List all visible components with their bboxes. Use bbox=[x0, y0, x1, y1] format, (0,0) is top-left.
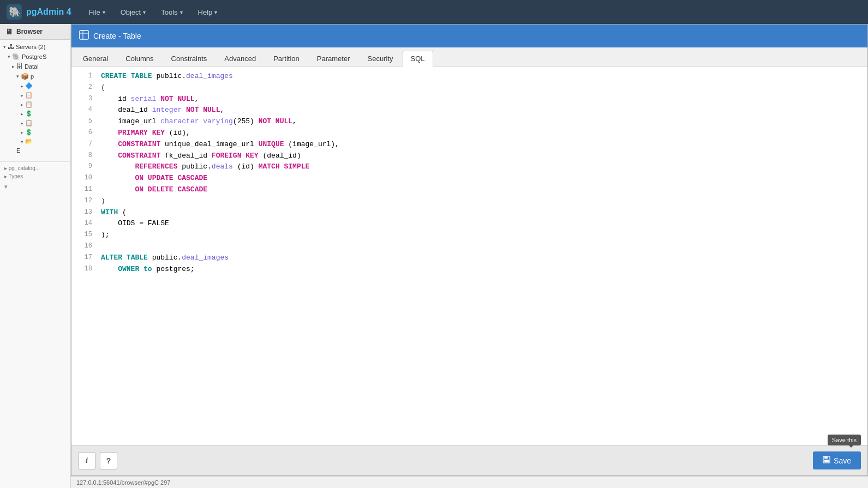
sql-editor[interactable]: 1 CREATE TABLE public.deal_images 2 ( 3 … bbox=[71, 67, 867, 445]
save-button-container: Save this Save bbox=[813, 451, 861, 469]
menu-help[interactable]: Help ▾ bbox=[191, 5, 224, 20]
sql-line-14: 14 OIDS = FALSE bbox=[71, 218, 867, 230]
dialog-titlebar: Create - Table bbox=[71, 25, 867, 47]
sql-line-8: 8 CONSTRAINT fk_deal_id FOREIGN KEY (dea… bbox=[71, 150, 867, 162]
expand-icon: ▸ bbox=[21, 102, 23, 107]
tab-columns[interactable]: Columns bbox=[117, 51, 161, 66]
sql-line-12: 12 ) bbox=[71, 196, 867, 207]
menu-file[interactable]: File ▾ bbox=[82, 5, 112, 20]
sql-line-3: 3 id serial NOT NULL, bbox=[71, 94, 867, 105]
sql-line-5: 5 image_url character varying(255) NOT N… bbox=[71, 116, 867, 128]
pgadmin-logo-icon: 🐘 bbox=[7, 4, 22, 20]
tab-partition[interactable]: Partition bbox=[265, 51, 308, 66]
tabs-bar: General Columns Constraints Advanced Par… bbox=[71, 47, 867, 67]
tab-security[interactable]: Security bbox=[360, 51, 402, 66]
expand-icon: ▾ bbox=[3, 44, 6, 50]
expand-icon: ▸ bbox=[21, 130, 23, 135]
expand-icon: ▸ bbox=[12, 64, 15, 69]
content-area: Create - Table General Columns Constrain… bbox=[71, 24, 868, 488]
sidebar-lower: ▸ pg_catalog... ▸ Types bbox=[0, 161, 70, 180]
tree-item-c1[interactable]: ▸ 🔷 bbox=[0, 81, 70, 91]
tree-item-c4[interactable]: ▸ 💲 bbox=[0, 109, 70, 118]
sql-line-7: 7 CONSTRAINT unique_deal_image_url UNIQU… bbox=[71, 139, 867, 150]
chevron-down-icon: ▾ bbox=[180, 9, 183, 15]
sql-line-18: 18 OWNER to postgres; bbox=[71, 264, 867, 275]
tree-item-lower-1[interactable]: ▸ pg_catalog... bbox=[0, 164, 70, 172]
browser-icon: 🖥 bbox=[5, 27, 13, 36]
svg-rect-6 bbox=[824, 456, 828, 459]
save-tooltip: Save this bbox=[828, 435, 861, 445]
tree-item-database[interactable]: ▸ 🗄 Datal bbox=[0, 62, 70, 71]
chevron-down-icon: ▾ bbox=[103, 9, 105, 15]
tree-item-c6[interactable]: ▸ 💲 bbox=[0, 128, 70, 137]
tab-advanced[interactable]: Advanced bbox=[216, 51, 264, 66]
app-title: pgAdmin 4 bbox=[26, 7, 71, 17]
sql-line-13: 13 WITH ( bbox=[71, 207, 867, 219]
expand-icon: ▾ bbox=[8, 54, 10, 59]
menu-object[interactable]: Object ▾ bbox=[114, 5, 153, 20]
svg-rect-2 bbox=[80, 31, 88, 39]
status-text: 127.0.0.1:56041/browser/#pgC 297 bbox=[76, 479, 170, 486]
app-logo: 🐘 pgAdmin 4 bbox=[7, 4, 71, 20]
sql-line-6: 6 PRIMARY KEY (id), bbox=[71, 128, 867, 139]
tree-item-postgres[interactable]: ▾ 🐘 PostgreS bbox=[0, 52, 70, 62]
table-svg-icon bbox=[79, 30, 89, 40]
create-table-dialog: Create - Table General Columns Constrain… bbox=[71, 24, 868, 476]
svg-text:🐘: 🐘 bbox=[9, 6, 21, 18]
tree-item-c2[interactable]: ▸ 📋 bbox=[0, 91, 70, 100]
tree-item-e[interactable]: E bbox=[0, 146, 70, 155]
table-icon bbox=[79, 30, 89, 42]
sidebar-header: 🖥 Browser bbox=[0, 24, 70, 40]
svg-rect-7 bbox=[824, 460, 829, 462]
save-icon bbox=[823, 456, 830, 465]
expand-icon: ▸ bbox=[21, 93, 23, 98]
sidebar-scroll-arrow[interactable]: ▾ bbox=[0, 180, 70, 192]
sql-line-1: 1 CREATE TABLE public.deal_images bbox=[71, 71, 867, 82]
expand-icon: ▸ bbox=[21, 121, 23, 126]
dialog-title: Create - Table bbox=[93, 32, 141, 40]
chevron-down-icon: ▾ bbox=[214, 9, 217, 15]
sql-line-10: 10 ON UPDATE CASCADE bbox=[71, 173, 867, 184]
sql-line-11: 11 ON DELETE CASCADE bbox=[71, 184, 867, 196]
expand-icon: ▸ bbox=[21, 83, 23, 89]
tab-constraints[interactable]: Constraints bbox=[163, 51, 215, 66]
tab-sql[interactable]: SQL bbox=[403, 51, 433, 67]
tab-parameter[interactable]: Parameter bbox=[309, 51, 358, 66]
tree-item-c3[interactable]: ▸ 📋 bbox=[0, 100, 70, 109]
topbar-menu: File ▾ Object ▾ Tools ▾ Help ▾ bbox=[82, 5, 224, 20]
tree-item-servers[interactable]: ▾ 🖧 Servers (2) bbox=[0, 42, 70, 52]
sidebar: 🖥 Browser ▾ 🖧 Servers (2) ▾ 🐘 PostgreS ▸… bbox=[0, 24, 71, 488]
bottom-toolbar: i ? Save this bbox=[71, 445, 867, 475]
tree-item-c7[interactable]: ▾ 📂 bbox=[0, 137, 70, 146]
expand-icon: ▾ bbox=[21, 139, 23, 144]
sql-line-16: 16 bbox=[71, 241, 867, 252]
tree-item-lower-2[interactable]: ▸ Types bbox=[0, 172, 70, 180]
sql-line-4: 4 deal_id integer NOT NULL, bbox=[71, 105, 867, 116]
bottom-left-buttons: i ? bbox=[78, 452, 117, 469]
sql-line-2: 2 ( bbox=[71, 82, 867, 94]
sql-line-9: 9 REFERENCES public.deals (id) MATCH SIM… bbox=[71, 161, 867, 173]
topbar: 🐘 pgAdmin 4 File ▾ Object ▾ Tools ▾ Help… bbox=[0, 0, 868, 24]
sql-line-17: 17 ALTER TABLE public.deal_images bbox=[71, 252, 867, 264]
sql-line-15: 15 ); bbox=[71, 230, 867, 241]
tab-general[interactable]: General bbox=[75, 51, 116, 66]
save-button[interactable]: Save bbox=[813, 451, 861, 469]
expand-icon: ▸ bbox=[21, 111, 23, 117]
sidebar-tree: ▾ 🖧 Servers (2) ▾ 🐘 PostgreS ▸ 🗄 Datal ▾… bbox=[0, 40, 70, 157]
info-button[interactable]: i bbox=[78, 452, 95, 469]
tree-item-c5[interactable]: ▸ 📋 bbox=[0, 118, 70, 128]
main-layout: 🖥 Browser ▾ 🖧 Servers (2) ▾ 🐘 PostgreS ▸… bbox=[0, 24, 868, 488]
tree-item-p[interactable]: ▾ 📦 p bbox=[0, 71, 70, 81]
help-button[interactable]: ? bbox=[100, 452, 117, 469]
menu-tools[interactable]: Tools ▾ bbox=[154, 5, 189, 20]
status-bar: 127.0.0.1:56041/browser/#pgC 297 bbox=[71, 476, 868, 488]
expand-icon: ▾ bbox=[16, 74, 19, 79]
chevron-down-icon: ▾ bbox=[143, 9, 146, 15]
